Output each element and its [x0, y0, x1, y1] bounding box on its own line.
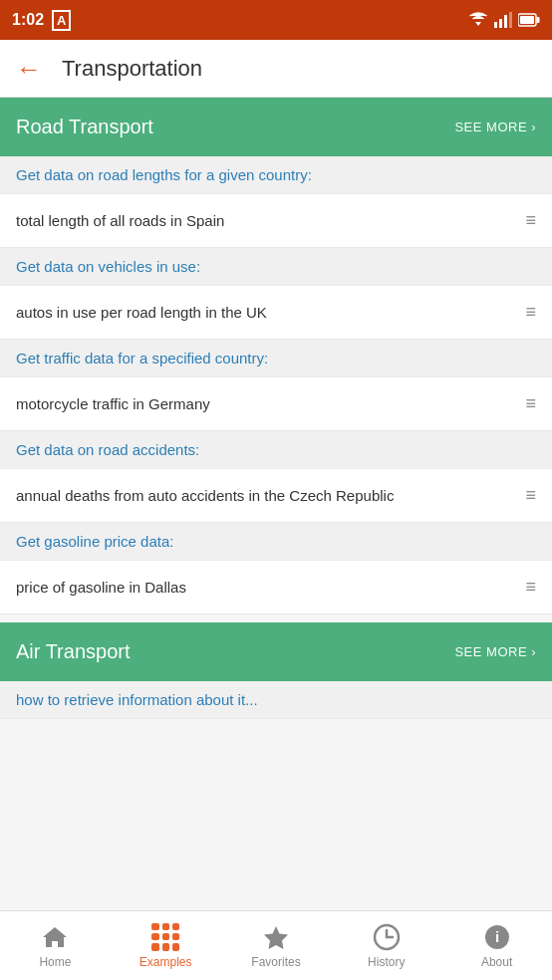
list-item[interactable]: motorcycle traffic in Germany ≡: [0, 376, 552, 430]
home-icon: [41, 923, 69, 951]
nav-about-label: About: [481, 955, 512, 969]
category-vehicles-label: Get data on vehicles in use:: [0, 248, 552, 285]
signal-icon: [494, 12, 512, 28]
air-transport-header: Air Transport SEE MORE ›: [0, 622, 552, 681]
svg-rect-3: [504, 15, 507, 28]
list-item[interactable]: price of gasoline in Dallas ≡: [0, 560, 552, 613]
list-item[interactable]: total length of all roads in Spain ≡: [0, 193, 552, 247]
status-time: 1:02: [12, 11, 44, 29]
category-traffic-data: Get traffic data for a specified country…: [0, 340, 552, 431]
nav-item-examples[interactable]: Examples: [111, 915, 221, 977]
main-content: Road Transport SEE MORE › Get data on ro…: [0, 98, 552, 910]
list-item[interactable]: annual deaths from auto accidents in the…: [0, 468, 552, 522]
menu-icon: ≡: [525, 302, 536, 323]
road-transport-header: Road Transport SEE MORE ›: [0, 98, 552, 156]
category-road-accidents: Get data on road accidents: annual death…: [0, 431, 552, 523]
svg-marker-0: [475, 22, 481, 26]
svg-rect-6: [537, 17, 540, 23]
example-text: total length of all roads in Spain: [16, 210, 513, 231]
air-transport-see-more[interactable]: SEE MORE ›: [454, 644, 536, 659]
list-item[interactable]: autos in use per road length in the UK ≡: [0, 285, 552, 339]
nav-favorites-label: Favorites: [251, 955, 300, 969]
menu-icon: ≡: [525, 485, 536, 506]
menu-icon: ≡: [525, 577, 536, 598]
road-transport-title: Road Transport: [16, 116, 153, 138]
category-road-lengths: Get data on road lengths for a given cou…: [0, 156, 552, 248]
page-title: Transportation: [62, 56, 202, 82]
status-bar: 1:02 A: [0, 0, 552, 40]
bottom-nav: Home Examples Favorites History: [0, 910, 552, 980]
road-transport-see-more[interactable]: SEE MORE ›: [454, 120, 536, 134]
status-icon-a: A: [52, 10, 71, 31]
category-traffic-label: Get traffic data for a specified country…: [0, 340, 552, 376]
history-icon: [373, 923, 401, 951]
examples-icon: [151, 923, 179, 951]
nav-item-home[interactable]: Home: [0, 915, 111, 977]
svg-rect-7: [520, 16, 534, 24]
air-transport-title: Air Transport: [16, 640, 130, 663]
wifi-icon: [468, 12, 488, 28]
nav-item-about[interactable]: i About: [441, 915, 552, 977]
category-gasoline-label: Get gasoline price data:: [0, 523, 552, 560]
category-gasoline-price: Get gasoline price data: price of gasoli…: [0, 523, 552, 614]
nav-home-label: Home: [39, 955, 71, 969]
nav-examples-label: Examples: [139, 955, 192, 969]
status-bar-right: [468, 12, 540, 28]
category-air-partial: how to retrieve information about it...: [0, 681, 552, 719]
svg-rect-2: [499, 19, 502, 28]
svg-rect-4: [509, 12, 512, 28]
nav-item-history[interactable]: History: [331, 915, 441, 977]
category-air-partial-label: how to retrieve information about it...: [0, 681, 552, 718]
nav-item-favorites[interactable]: Favorites: [221, 915, 332, 977]
nav-history-label: History: [368, 955, 405, 969]
battery-icon: [518, 13, 540, 27]
page-header: ← Transportation: [0, 40, 552, 98]
category-accidents-label: Get data on road accidents:: [0, 431, 552, 468]
about-icon: i: [483, 923, 511, 951]
menu-icon: ≡: [525, 393, 536, 414]
example-text: motorcycle traffic in Germany: [16, 393, 513, 414]
menu-icon: ≡: [525, 210, 536, 231]
section-gap: [0, 614, 552, 622]
example-text: price of gasoline in Dallas: [16, 577, 513, 598]
example-text: annual deaths from auto accidents in the…: [16, 485, 513, 506]
category-road-lengths-label: Get data on road lengths for a given cou…: [0, 156, 552, 193]
svg-text:i: i: [494, 928, 498, 945]
svg-marker-8: [264, 926, 288, 949]
svg-rect-1: [494, 22, 497, 28]
back-button[interactable]: ←: [16, 56, 42, 82]
category-vehicles-in-use: Get data on vehicles in use: autos in us…: [0, 248, 552, 340]
status-bar-left: 1:02 A: [12, 10, 71, 31]
example-text: autos in use per road length in the UK: [16, 302, 513, 323]
favorites-icon: [262, 923, 290, 951]
